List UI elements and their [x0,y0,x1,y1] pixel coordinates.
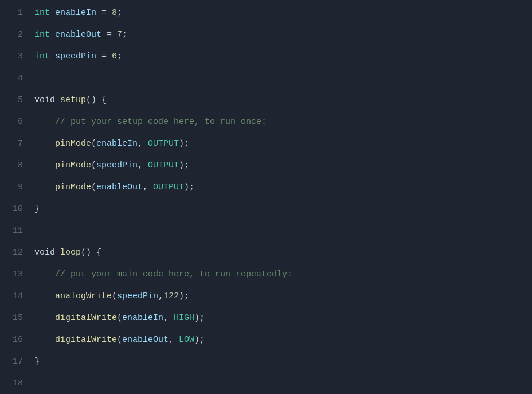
code-line-11 [34,220,532,242]
line-num-13: 13 [9,264,23,286]
code-line-1: int enableIn = 8; [34,2,532,24]
code-line-7: pinMode(enableIn, OUTPUT); [34,133,532,155]
line-num-18: 18 [9,373,23,394]
line-num-6: 6 [9,111,23,133]
line-num-1: 1 [9,2,23,24]
line-num-4: 4 [9,68,23,89]
code-line-18 [34,373,532,394]
line-num-3: 3 [9,46,23,68]
line-num-2: 2 [9,24,23,46]
line-num-17: 17 [9,351,23,373]
code-line-4 [34,68,532,89]
code-line-10: } [34,198,532,220]
code-line-9: pinMode(enableOut, OUTPUT); [34,177,532,198]
code-line-2: int enableOut = 7; [34,24,532,46]
code-line-13: // put your main code here, to run repea… [34,264,532,286]
code-line-16: digitalWrite(enableOut, LOW); [34,329,532,351]
code-line-5: void setup() { [34,89,532,111]
line-numbers: 1 2 3 4 5 6 7 8 9 10 11 12 13 14 15 16 1… [0,2,30,394]
code-editor: 1 2 3 4 5 6 7 8 9 10 11 12 13 14 15 16 1… [0,0,532,394]
line-num-9: 9 [9,177,23,198]
line-num-16: 16 [9,329,23,351]
code-line-3: int speedPin = 6; [34,46,532,68]
line-num-14: 14 [9,286,23,307]
line-num-5: 5 [9,89,23,111]
code-line-15: digitalWrite(enableIn, HIGH); [34,307,532,329]
line-num-11: 11 [9,220,23,242]
line-num-8: 8 [9,155,23,177]
code-line-12: void loop() { [34,242,532,264]
code-line-14: analogWrite(speedPin,122); [34,286,532,307]
line-num-15: 15 [9,307,23,329]
line-num-7: 7 [9,133,23,155]
code-line-8: pinMode(speedPin, OUTPUT); [34,155,532,177]
line-num-12: 12 [9,242,23,264]
line-num-10: 10 [9,198,23,220]
code-line-6: // put your setup code here, to run once… [34,111,532,133]
code-content[interactable]: int enableIn = 8; int enableOut = 7; int… [30,2,532,394]
code-line-17: } [34,351,532,373]
